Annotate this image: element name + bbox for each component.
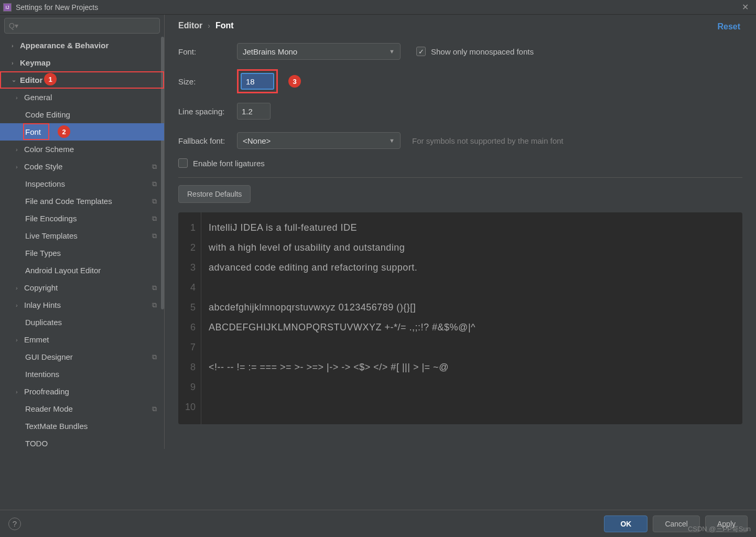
copy-icon: ⧉ xyxy=(152,353,157,361)
spacing-input[interactable] xyxy=(237,103,271,120)
sidebar-item-label: GUI Designer xyxy=(25,352,73,361)
breadcrumb: Editor › Font xyxy=(178,21,742,30)
sidebar-item-color-scheme[interactable]: ›Color Scheme xyxy=(0,141,164,158)
font-combo[interactable]: JetBrains Mono ▼ xyxy=(237,43,401,60)
chevron-right-icon: › xyxy=(12,42,19,49)
sidebar-item-label: Emmet xyxy=(24,335,49,344)
breadcrumb-font: Font xyxy=(215,21,234,30)
sidebar-item-file-and-code-templates[interactable]: File and Code Templates⧉ xyxy=(0,192,164,210)
sidebar-item-label: File and Code Templates xyxy=(25,197,112,206)
reset-link[interactable]: Reset xyxy=(717,22,740,31)
sidebar-item-label: Code Style xyxy=(24,162,62,171)
sidebar-item-code-style[interactable]: ›Code Style⧉ xyxy=(0,158,164,175)
close-icon[interactable]: ✕ xyxy=(742,2,749,12)
preview-code: IntelliJ IDEA is a full-featured IDEwith… xyxy=(201,212,476,424)
fallback-combo-value: <None> xyxy=(243,136,271,145)
app-icon: IJ xyxy=(3,3,12,12)
sidebar-item-label: Editor xyxy=(20,76,42,84)
sidebar-item-label: Reader Mode xyxy=(25,404,73,413)
restore-defaults-button[interactable]: Restore Defaults xyxy=(178,185,251,203)
breadcrumb-editor[interactable]: Editor xyxy=(178,21,202,30)
chevron-right-icon: › xyxy=(16,164,23,170)
sidebar-item-label: Duplicates xyxy=(25,318,62,327)
sidebar-item-label: General xyxy=(24,93,52,102)
gutter-line: 7 xyxy=(178,337,201,357)
search-input[interactable] xyxy=(4,18,160,34)
sidebar-item-appearance-behavior[interactable]: ›Appearance & Behavior xyxy=(0,37,164,54)
titlebar: IJ Settings for New Projects ✕ xyxy=(0,0,756,15)
sidebar-item-inspections[interactable]: Inspections⧉ xyxy=(0,175,164,192)
annotation-badge-1: 1 xyxy=(44,73,57,85)
divider xyxy=(178,177,742,178)
sidebar-item-general[interactable]: ›General xyxy=(0,89,164,106)
sidebar-item-gui-designer[interactable]: GUI Designer⧉ xyxy=(0,348,164,366)
annotation-box-3 xyxy=(237,69,278,93)
code-line xyxy=(209,377,476,397)
sidebar-item-proofreading[interactable]: ›Proofreading xyxy=(0,383,164,400)
sidebar-item-font[interactable]: Font2 xyxy=(0,123,164,141)
sidebar-item-live-templates[interactable]: Live Templates⧉ xyxy=(0,227,164,244)
sidebar-item-file-types[interactable]: File Types xyxy=(0,244,164,262)
fallback-combo[interactable]: <None> ▼ xyxy=(237,132,401,149)
content-panel: Editor › Font Reset Font: JetBrains Mono… xyxy=(165,15,756,449)
font-preview: 12345678910 IntelliJ IDEA is a full-feat… xyxy=(178,212,742,424)
sidebar-item-file-encodings[interactable]: File Encodings⧉ xyxy=(0,210,164,227)
sidebar-item-intentions[interactable]: Intentions xyxy=(0,366,164,383)
copy-icon: ⧉ xyxy=(152,214,157,223)
gutter-line: 1 xyxy=(178,218,201,238)
sidebar-item-label: Keymap xyxy=(20,58,50,67)
code-line xyxy=(209,397,476,417)
sidebar-item-label: File Encodings xyxy=(25,214,77,223)
ligatures-label: Enable font ligatures xyxy=(193,159,265,168)
sidebar-item-todo[interactable]: TODO xyxy=(0,435,164,449)
copy-icon: ⧉ xyxy=(152,197,157,206)
code-line: ABCDEFGHIJKLMNOPQRSTUVWXYZ +-*/= .,;:!? … xyxy=(209,317,476,337)
sidebar-item-editor[interactable]: ⌄Editor1 xyxy=(0,71,164,89)
ok-button[interactable]: OK xyxy=(604,515,647,532)
sidebar-item-label: Copyright xyxy=(24,283,58,292)
sidebar-item-label: Live Templates xyxy=(25,231,78,240)
sidebar-item-reader-mode[interactable]: Reader Mode⧉ xyxy=(0,400,164,417)
copy-icon: ⧉ xyxy=(152,163,157,171)
sidebar-item-label: Proofreading xyxy=(24,387,69,396)
preview-gutter: 12345678910 xyxy=(178,212,201,424)
sidebar-item-android-layout-editor[interactable]: Android Layout Editor xyxy=(0,262,164,279)
size-input[interactable] xyxy=(241,73,274,90)
copy-icon: ⧉ xyxy=(152,180,157,188)
help-icon[interactable]: ? xyxy=(8,518,21,530)
sidebar-item-textmate-bundles[interactable]: TextMate Bundles xyxy=(0,417,164,435)
ligatures-checkbox[interactable] xyxy=(178,158,188,168)
annotation-badge-3: 3 xyxy=(288,75,301,88)
sidebar-item-duplicates[interactable]: Duplicates xyxy=(0,314,164,331)
sidebar-item-code-editing[interactable]: Code Editing xyxy=(0,106,164,123)
gutter-line: 9 xyxy=(178,377,201,397)
sidebar-item-emmet[interactable]: ›Emmet xyxy=(0,331,164,348)
chevron-right-icon: › xyxy=(208,22,210,30)
code-line: advanced code editing and refactoring su… xyxy=(209,257,476,277)
copy-icon: ⧉ xyxy=(152,405,157,413)
gutter-line: 3 xyxy=(178,257,201,277)
sidebar-item-copyright[interactable]: ›Copyright⧉ xyxy=(0,279,164,296)
font-label: Font: xyxy=(178,47,237,56)
sidebar-item-label: TODO xyxy=(25,439,48,448)
window-title: Settings for New Projects xyxy=(16,3,98,12)
chevron-right-icon: › xyxy=(12,60,19,66)
chevron-right-icon: › xyxy=(16,146,23,153)
sidebar-item-keymap[interactable]: ›Keymap xyxy=(0,54,164,71)
sidebar-item-inlay-hints[interactable]: ›Inlay Hints⧉ xyxy=(0,296,164,314)
chevron-down-icon: ▼ xyxy=(389,137,395,144)
code-line: IntelliJ IDEA is a full-featured IDE xyxy=(209,218,476,238)
chevron-right-icon: › xyxy=(16,337,23,343)
copy-icon: ⧉ xyxy=(152,232,157,240)
sidebar-item-label: Android Layout Editor xyxy=(25,266,101,275)
monospaced-checkbox[interactable]: ✓ xyxy=(416,47,426,56)
settings-tree: ›Appearance & Behavior›Keymap⌄Editor1›Ge… xyxy=(0,37,164,449)
copy-icon: ⧉ xyxy=(152,301,157,309)
fallback-hint: For symbols not supported by the main fo… xyxy=(412,136,563,145)
chevron-right-icon: › xyxy=(16,285,23,291)
copy-icon: ⧉ xyxy=(152,284,157,292)
fallback-label: Fallback font: xyxy=(178,136,237,145)
sidebar-item-label: Inlay Hints xyxy=(24,300,61,309)
gutter-line: 6 xyxy=(178,317,201,337)
gutter-line: 4 xyxy=(178,277,201,297)
